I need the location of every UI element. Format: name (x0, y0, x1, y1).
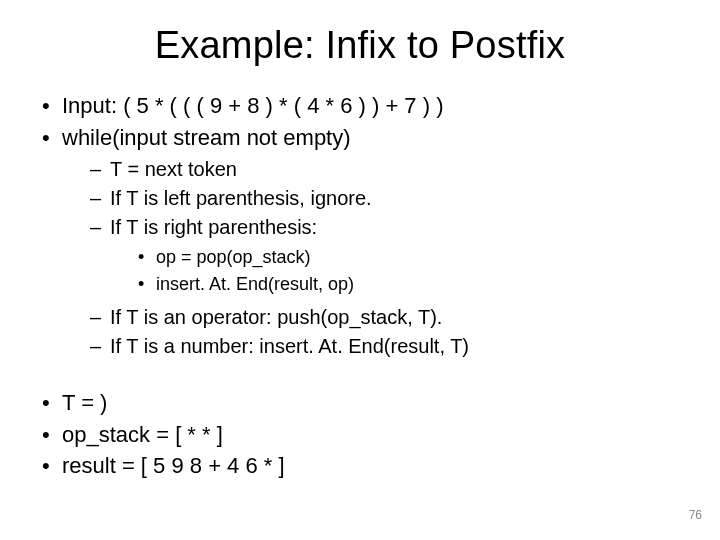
spacer (40, 368, 680, 386)
right-paren-sublist: op = pop(op_stack) insert. At. End(resul… (138, 245, 680, 296)
while-sublist: T = next token If T is left parenthesis,… (90, 156, 680, 360)
bullet-result-text: result = [ 5 9 8 + 4 6 * ] (62, 453, 285, 478)
sub-left-paren-text: If T is left parenthesis, ignore. (110, 187, 372, 209)
subsub-insert-op: insert. At. End(result, op) (138, 272, 680, 296)
sub-left-paren: If T is left parenthesis, ignore. (90, 185, 680, 212)
sub-right-paren: If T is right parenthesis: op = pop(op_s… (90, 214, 680, 296)
bullet-opstack-text: op_stack = [ * * ] (62, 422, 223, 447)
subsub-pop: op = pop(op_stack) (138, 245, 680, 269)
sub-operator: If T is an operator: push(op_stack, T). (90, 304, 680, 331)
bullet-input: Input: ( 5 * ( ( ( 9 + 8 ) * ( 4 * 6 ) )… (40, 91, 680, 121)
bullet-while-text: while(input stream not empty) (62, 125, 351, 150)
slide-title: Example: Infix to Postfix (40, 24, 680, 67)
bullet-result: result = [ 5 9 8 + 4 6 * ] (40, 451, 680, 481)
sub-next-token: T = next token (90, 156, 680, 183)
bullet-list: Input: ( 5 * ( ( ( 9 + 8 ) * ( 4 * 6 ) )… (40, 91, 680, 360)
bullet-token: T = ) (40, 388, 680, 418)
page-number: 76 (689, 508, 702, 522)
bullet-token-text: T = ) (62, 390, 107, 415)
sub-next-token-text: T = next token (110, 158, 237, 180)
subsub-insert-op-text: insert. At. End(result, op) (156, 274, 354, 294)
bullet-while: while(input stream not empty) T = next t… (40, 123, 680, 360)
sub-number-text: If T is a number: insert. At. End(result… (110, 335, 469, 357)
slide: Example: Infix to Postfix Input: ( 5 * (… (0, 0, 720, 540)
sub-number: If T is a number: insert. At. End(result… (90, 333, 680, 360)
sub-right-paren-text: If T is right parenthesis: (110, 216, 317, 238)
subsub-pop-text: op = pop(op_stack) (156, 247, 311, 267)
bullet-input-text: Input: ( 5 * ( ( ( 9 + 8 ) * ( 4 * 6 ) )… (62, 93, 443, 118)
bullet-opstack: op_stack = [ * * ] (40, 420, 680, 450)
state-list: T = ) op_stack = [ * * ] result = [ 5 9 … (40, 388, 680, 481)
sub-operator-text: If T is an operator: push(op_stack, T). (110, 306, 442, 328)
